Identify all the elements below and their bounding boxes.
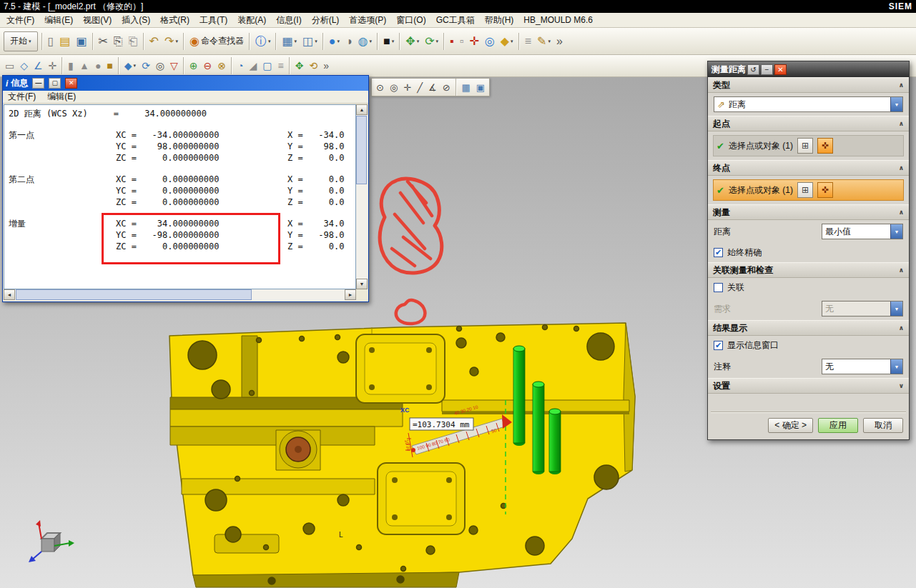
menubar-item[interactable]: HB_MOULD M6.6: [518, 14, 598, 26]
edge-blend-icon[interactable]: ◔: [235, 57, 246, 75]
scroll-right-button[interactable]: ►: [345, 289, 356, 300]
save-icon[interactable]: ▣: [73, 31, 89, 51]
menubar-item[interactable]: 视图(V): [78, 13, 117, 28]
horizontal-scrollbar[interactable]: ◄ ►: [4, 289, 356, 301]
wcs-display-icon[interactable]: ▣: [473, 79, 488, 95]
grid-display-icon[interactable]: ▦: [459, 79, 473, 95]
dropdown-arrow-icon[interactable]: ▼: [890, 224, 902, 239]
redo-icon[interactable]: ↷ ▾: [162, 31, 181, 51]
dialog-close-button[interactable]: ✕: [774, 64, 787, 75]
thread-icon[interactable]: ≡: [275, 57, 287, 75]
block-icon[interactable]: ■: [104, 57, 115, 75]
point-dialog-button[interactable]: ⊞: [797, 138, 813, 154]
info-menu-file[interactable]: 文件(F): [8, 91, 36, 103]
snap-point-icon[interactable]: ⊙: [373, 79, 387, 95]
scrollbar-thumb[interactable]: [16, 289, 252, 300]
datum-plane-icon[interactable]: ◇: [17, 57, 31, 75]
menubar-item[interactable]: 窗口(O): [391, 13, 430, 28]
dropdown-arrow-icon[interactable]: ▼: [890, 97, 902, 111]
menubar-item[interactable]: 插入(S): [117, 13, 155, 28]
extrude-icon[interactable]: ◆ ▾: [122, 57, 139, 75]
info-dropdown-icon[interactable]: ⓘ ▾: [252, 31, 274, 51]
end-point-selection-row[interactable]: ✔ 选择点或对象 (1) ⊞ ✜: [713, 179, 904, 201]
new-file-icon[interactable]: ▯: [45, 31, 57, 51]
section-header-start-point[interactable]: 起点 ∧: [708, 116, 909, 131]
dropdown-arrow-icon[interactable]: ▼: [890, 359, 902, 374]
scroll-up-button[interactable]: ▲: [356, 104, 368, 115]
datum-csys-icon[interactable]: ▪: [447, 31, 457, 51]
cancel-button[interactable]: 取消: [863, 418, 903, 433]
menubar-item[interactable]: 首选项(P): [344, 13, 391, 28]
background-icon[interactable]: ■ ▾: [380, 31, 397, 51]
chamfer-icon[interactable]: ◢: [247, 57, 260, 75]
menubar-item[interactable]: 分析(L): [307, 13, 345, 28]
menubar-item[interactable]: 信息(I): [271, 13, 306, 28]
shaded-display-icon[interactable]: ◑: [343, 31, 355, 51]
distance-method-combo[interactable]: 最小值 ▼: [822, 224, 903, 239]
menubar-item[interactable]: GC工具箱: [431, 13, 480, 28]
scroll-left-button[interactable]: ◄: [4, 289, 15, 300]
type-combo[interactable]: ⇗ 距离 ▼: [714, 96, 903, 112]
exact-checkbox[interactable]: ✔: [714, 248, 723, 257]
menubar-item[interactable]: 装配(A): [232, 13, 271, 28]
close-button[interactable]: ✕: [65, 78, 77, 89]
start-button[interactable]: 开始 ▾: [4, 31, 38, 51]
measure-icon[interactable]: ≡: [522, 31, 534, 51]
unite-icon[interactable]: ⊕: [187, 57, 201, 75]
undo-icon[interactable]: ↶: [147, 31, 162, 51]
info-window-titlebar[interactable]: i 信息 — ▢ ✕: [3, 76, 368, 91]
cone-icon[interactable]: ▲: [77, 57, 92, 75]
sheet-icon[interactable]: ▫: [457, 31, 467, 51]
rotate-view-icon[interactable]: ⟳ ▾: [422, 31, 441, 51]
show-info-checkbox[interactable]: ✔: [714, 341, 723, 350]
orient-view-icon[interactable]: ● ▾: [326, 31, 343, 51]
association-checkbox[interactable]: ✔: [714, 283, 723, 292]
rendering-style-icon[interactable]: ◍ ▾: [355, 31, 375, 51]
section-header-results[interactable]: 结果显示 ∧: [708, 320, 909, 336]
minimize-button[interactable]: —: [32, 78, 44, 89]
section-header-association[interactable]: 关联测量和检查 ∧: [708, 262, 909, 278]
point-dialog-button[interactable]: ⊞: [797, 182, 813, 198]
window-layout-icon[interactable]: ◫ ▾: [300, 31, 320, 51]
start-point-selection-row[interactable]: ✔ 选择点或对象 (1) ⊞ ✜: [713, 135, 904, 156]
point-constructor-icon[interactable]: ✛: [466, 31, 481, 51]
shell-icon[interactable]: ▢: [260, 57, 275, 75]
revolve-icon[interactable]: ⟳: [139, 57, 153, 75]
mold-plate-model[interactable]: L: [169, 323, 635, 587]
section-header-end-point[interactable]: 终点 ∧: [708, 160, 909, 176]
wcs-triad[interactable]: [29, 520, 74, 562]
annotation-icon[interactable]: ✎ ▾: [534, 31, 553, 51]
section-header-settings[interactable]: 设置 ∨: [708, 378, 909, 394]
menubar-item[interactable]: 文件(F): [1, 13, 39, 28]
sphere-icon[interactable]: ●: [92, 57, 104, 75]
snap-line-icon[interactable]: ╱: [414, 79, 425, 95]
vertical-scrollbar[interactable]: ▲ ▼: [356, 104, 368, 289]
dialog-minimize-button[interactable]: −: [761, 64, 773, 75]
scrollbar-thumb[interactable]: [356, 116, 367, 184]
hole-icon[interactable]: ◎: [153, 57, 167, 75]
section-header-type[interactable]: 类型 ∧: [708, 77, 909, 93]
menubar-item[interactable]: 格式(R): [155, 13, 194, 28]
cut-icon[interactable]: ✂: [96, 31, 111, 51]
datum-axis-icon[interactable]: ∠: [31, 57, 46, 75]
snap-angle-icon[interactable]: ∡: [425, 79, 440, 95]
point-button[interactable]: ✜: [817, 182, 833, 198]
copy-icon[interactable]: ⎘: [111, 31, 126, 51]
sync-modeling-icon[interactable]: ⟲: [306, 57, 320, 75]
open-file-icon[interactable]: ▤: [56, 31, 73, 51]
overflow-chevron[interactable]: »: [553, 31, 566, 51]
overflow-chevron[interactable]: »: [320, 57, 332, 75]
menubar-item[interactable]: 帮助(H): [480, 13, 519, 28]
selection-scope-icon[interactable]: ◎: [482, 31, 498, 51]
menubar-item[interactable]: 编辑(E): [39, 13, 78, 28]
intersect-icon[interactable]: ⊗: [215, 57, 229, 75]
annotation-combo[interactable]: 无 ▼: [822, 359, 903, 374]
info-menu-edit[interactable]: 编辑(E): [47, 91, 76, 103]
apply-button[interactable]: 应用: [818, 418, 858, 433]
command-finder-icon[interactable]: ◉ 命令查找器: [187, 31, 247, 51]
subtract-icon[interactable]: ⊖: [201, 57, 215, 75]
point-button[interactable]: ✜: [817, 138, 833, 154]
menubar-item[interactable]: 工具(T): [194, 13, 232, 28]
restore-button[interactable]: ▢: [49, 78, 61, 89]
cylinder-icon[interactable]: ▮: [65, 57, 77, 75]
